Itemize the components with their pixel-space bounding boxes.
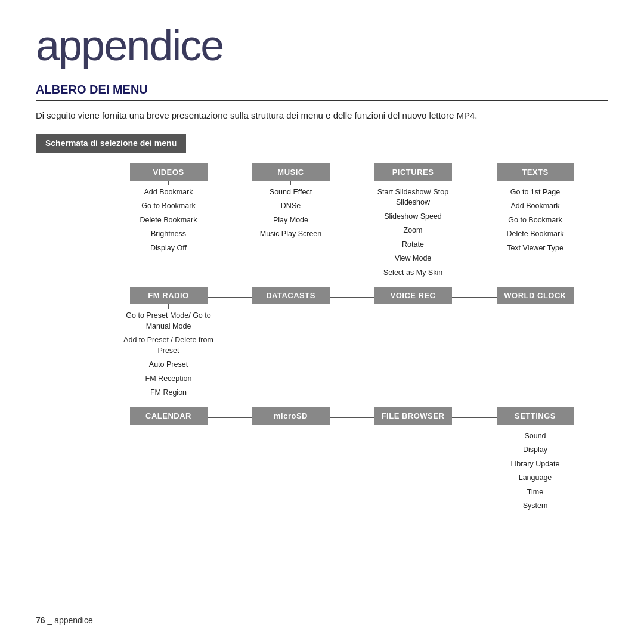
menu-row-2: CALENDARmicroSDFILE BROWSERSETTINGSSound… <box>107 407 596 513</box>
v-connector <box>535 425 536 429</box>
v-connector <box>290 181 292 185</box>
sub-items-0-0: Add BookmarkGo to BookmarkDelete Bookmar… <box>121 185 216 256</box>
menu-row-1: FM RADIOGo to Preset Mode/ Go to Manual … <box>107 287 596 400</box>
sub-item: Delete Bookmark <box>504 227 566 242</box>
cat-box-microsd: microSD <box>252 407 330 425</box>
menu-tree: VIDEOSAdd BookmarkGo to BookmarkDelete B… <box>48 163 608 521</box>
sub-items-2-3: SoundDisplayLibrary UpdateLanguageTimeSy… <box>488 429 583 513</box>
sub-item: Add Bookmark <box>142 185 196 200</box>
cat-segment-0-3: TEXTSGo to 1st PageAdd BookmarkGo to Boo… <box>474 163 596 280</box>
cat-box-pictures: PICTURES <box>374 163 452 181</box>
sub-item: Zoom <box>401 224 425 238</box>
sub-items-1-0: Go to Preset Mode/ Go to Manual ModeAdd … <box>121 309 216 400</box>
page-title: appendice <box>36 24 608 67</box>
v-connector <box>168 304 169 309</box>
cat-box-file-browser: FILE BROWSER <box>374 407 452 425</box>
cat-box-world-clock: WORLD CLOCK <box>497 287 574 304</box>
footer: 76 _ appendice <box>36 615 93 625</box>
sub-item: Go to Bookmark <box>506 213 564 228</box>
cat-box-settings: SETTINGS <box>497 407 574 425</box>
sub-item: Sound Effect <box>267 185 314 200</box>
cat-segment-1-1: DATACASTS <box>230 287 352 400</box>
sub-item: Music Play Screen <box>258 227 324 242</box>
v-connector <box>168 181 169 185</box>
sub-item: Rotate <box>400 238 426 252</box>
sub-item: Go to Preset Mode/ Go to Manual Mode <box>121 309 216 333</box>
sub-item: System <box>521 499 550 513</box>
sub-item: Library Update <box>509 457 562 472</box>
cat-segment-2-2: FILE BROWSER <box>352 407 474 513</box>
cat-segment-1-2: VOICE REC <box>352 287 474 400</box>
cat-box-calendar: CALENDAR <box>130 407 208 425</box>
sub-item: Start Slideshow/ Stop Slideshow <box>366 185 461 210</box>
menu-row-0: VIDEOSAdd BookmarkGo to BookmarkDelete B… <box>107 163 596 280</box>
cat-box-videos: VIDEOS <box>130 163 208 181</box>
sub-item: Slideshow Speed <box>382 210 444 224</box>
sub-item: Language <box>516 471 555 485</box>
sub-item: View Mode <box>392 252 434 266</box>
sub-item: Add Bookmark <box>509 199 562 213</box>
sub-items-0-1: Sound EffectDNSePlay ModeMusic Play Scre… <box>243 185 339 242</box>
cat-segment-1-3: WORLD CLOCK <box>474 287 596 400</box>
cat-segment-0-1: MUSICSound EffectDNSePlay ModeMusic Play… <box>230 163 352 280</box>
sub-item: Delete Bookmark <box>138 213 200 228</box>
sub-item: Go to 1st Page <box>508 185 562 200</box>
section-title: ALBERO DEI MENU <box>36 83 608 97</box>
page: appendice ALBERO DEI MENU Di seguito vie… <box>0 0 644 544</box>
cat-box-fm-radio: FM RADIO <box>130 287 208 304</box>
cat-segment-2-1: microSD <box>230 407 352 513</box>
cat-segment-0-2: PICTURESStart Slideshow/ Stop SlideshowS… <box>352 163 474 280</box>
sub-item: Go to Bookmark <box>139 199 197 213</box>
cat-segment-2-3: SETTINGSSoundDisplayLibrary UpdateLangua… <box>474 407 596 513</box>
menu-header-box: Schermata di selezione dei menu <box>36 134 186 153</box>
sub-items-0-2: Start Slideshow/ Stop SlideshowSlideshow… <box>366 185 461 280</box>
sub-item: Play Mode <box>271 213 311 228</box>
cat-box-music: MUSIC <box>252 163 330 181</box>
sub-item: Display Off <box>148 242 189 256</box>
sub-item: Select as My Skin <box>381 266 445 280</box>
cat-segment-1-0: FM RADIOGo to Preset Mode/ Go to Manual … <box>107 287 230 400</box>
cat-segment-2-0: CALENDAR <box>107 407 230 513</box>
sub-item: Time <box>525 485 546 500</box>
sub-items-0-3: Go to 1st PageAdd BookmarkGo to Bookmark… <box>488 185 583 256</box>
sub-item: FM Region <box>148 386 189 400</box>
sub-item: FM Reception <box>143 372 194 386</box>
v-connector <box>413 181 414 185</box>
sub-item: Display <box>521 443 550 457</box>
sub-item: Add to Preset / Delete from Preset <box>121 333 216 358</box>
v-connector <box>535 181 536 185</box>
sub-item: Auto Preset <box>147 358 190 372</box>
sub-item: Brightness <box>148 227 188 242</box>
cat-box-datacasts: DATACASTS <box>252 287 330 304</box>
cat-segment-0-0: VIDEOSAdd BookmarkGo to BookmarkDelete B… <box>107 163 230 280</box>
cat-box-texts: TEXTS <box>497 163 574 181</box>
title-rule <box>36 72 608 72</box>
description: Di seguito viene fornita una breve prese… <box>36 109 608 123</box>
sub-item: DNSe <box>278 199 303 213</box>
sub-item: Sound <box>522 429 548 444</box>
section-rule <box>36 100 608 101</box>
cat-box-voice-rec: VOICE REC <box>374 287 452 304</box>
sub-item: Text Viewer Type <box>504 242 566 256</box>
